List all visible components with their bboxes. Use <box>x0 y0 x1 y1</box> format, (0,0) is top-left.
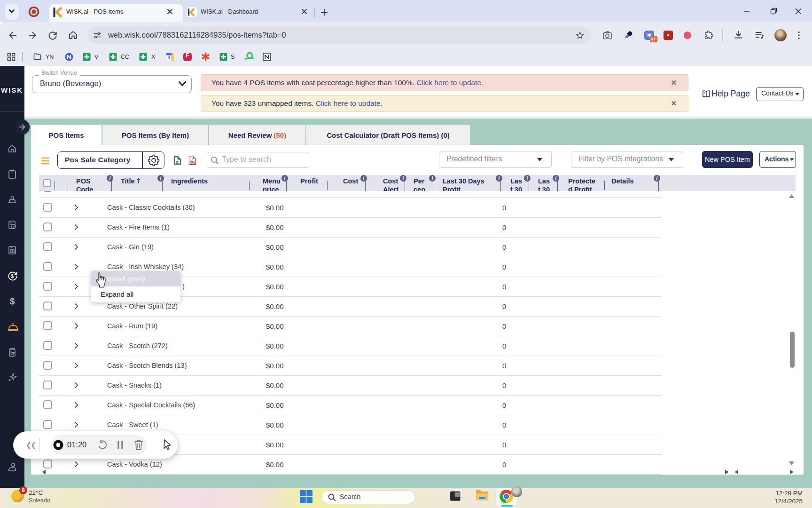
svg-text:4: 4 <box>168 55 171 60</box>
svg-text:$: $ <box>10 296 15 306</box>
svg-text:$: $ <box>11 273 14 279</box>
